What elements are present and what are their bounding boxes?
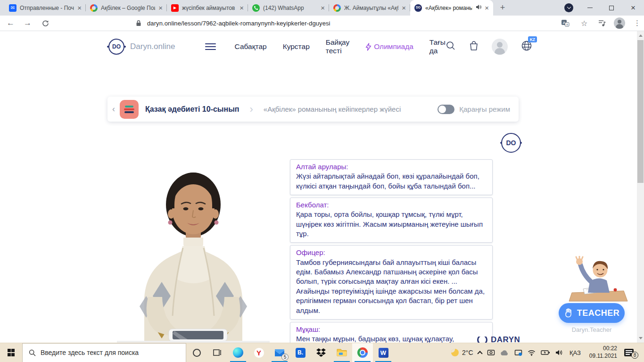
- volume-icon[interactable]: [555, 349, 563, 356]
- nav-item-olympiad[interactable]: Олимпиада: [365, 42, 413, 51]
- browser-tab-google-search[interactable]: Ақбілек – Google Пои ×: [86, 0, 167, 16]
- tab-title: Отправленные - Почт: [20, 5, 74, 11]
- lesson-title: «Ақбілек» романының кейіпкерлер жүйесі: [264, 105, 401, 113]
- card-title: Офицер:: [296, 248, 487, 257]
- tab-close-icon[interactable]: ×: [158, 4, 163, 12]
- nav-item-more[interactable]: Тағы да: [429, 38, 446, 55]
- task-view-button[interactable]: [207, 343, 228, 362]
- reload-button[interactable]: [41, 16, 50, 31]
- tab-close-icon[interactable]: ×: [485, 4, 489, 12]
- user-avatar[interactable]: [492, 39, 508, 55]
- card-altai-arulary: Алтай арулары: Жүзі айтарлықтай айнадай …: [290, 159, 493, 195]
- window-minimize-button[interactable]: [579, 0, 601, 16]
- keyboard-language-indicator[interactable]: ҚАЗ: [570, 349, 581, 356]
- shopping-bag-icon[interactable]: [469, 40, 479, 53]
- hidden-icons-chevron[interactable]: [477, 351, 482, 356]
- ssl-padlock-icon[interactable]: [136, 16, 141, 31]
- nav-item-courses[interactable]: Курстар: [283, 42, 310, 51]
- window-controls: ×: [564, 0, 644, 16]
- scrollbar-thumb[interactable]: [637, 40, 644, 183]
- browser-profile-avatar[interactable]: [614, 16, 625, 31]
- word-icon: W: [379, 348, 388, 358]
- breadcrumb-chevron-icon: ›: [250, 103, 253, 115]
- yandex-button[interactable]: Y: [248, 343, 269, 362]
- browser-profile-chevron-icon[interactable]: [564, 3, 573, 12]
- word-button[interactable]: W: [373, 343, 394, 362]
- cortana-icon: [193, 349, 201, 357]
- forward-button[interactable]: →: [24, 16, 32, 31]
- clock-date: 09.11.2021: [589, 353, 617, 359]
- teacher-caption: Daryn.Teacher: [559, 326, 625, 333]
- wifi-icon[interactable]: [528, 350, 536, 356]
- window-restore-button[interactable]: [601, 0, 622, 16]
- dropbox-button[interactable]: [311, 343, 331, 362]
- browser-tab-strip: ✉ Отправленные - Почт × Ақбілек – Google…: [0, 0, 644, 16]
- browser-tab-mail[interactable]: ✉ Отправленные - Почт ×: [5, 0, 86, 16]
- browser-tab-whatsapp[interactable]: (142) WhatsApp ×: [248, 0, 329, 16]
- taskbar-clock[interactable]: 00:22 09.11.2021: [589, 345, 617, 360]
- scrollbar-down-arrow[interactable]: [637, 335, 644, 342]
- tab-close-icon[interactable]: ×: [239, 4, 244, 12]
- browser-tab-youtube[interactable]: ▶ жүсіпбек аймауытов ×: [167, 0, 248, 16]
- browser-menu-icon[interactable]: ⋮: [634, 16, 641, 31]
- nav-item-lessons[interactable]: Сабақтар: [235, 42, 267, 51]
- search-icon[interactable]: [446, 41, 456, 53]
- nav-item-tests[interactable]: Байқау тесті: [326, 38, 349, 55]
- taskbar-search-box[interactable]: [22, 343, 186, 362]
- browser-tab-daryn-active[interactable]: DO «Ақбілек» романы ×: [410, 0, 493, 16]
- course-title[interactable]: Қазақ әдебиеті 10-сынып: [145, 105, 239, 114]
- chrome-button[interactable]: [352, 343, 373, 362]
- action-center-icon[interactable]: 8: [624, 349, 634, 356]
- window-close-button[interactable]: ×: [622, 0, 644, 16]
- tab-close-icon[interactable]: ×: [402, 4, 406, 12]
- browser-tab-google-search2[interactable]: Ж. Аймауытұлы «Ақбі ×: [329, 0, 410, 16]
- brand-name[interactable]: Daryn.online: [130, 42, 175, 51]
- yandex-icon: Y: [254, 348, 264, 358]
- dark-mode-toggle[interactable]: [438, 105, 454, 114]
- whatsapp-favicon: [252, 4, 260, 12]
- vk-button[interactable]: B.: [290, 343, 311, 362]
- lesson-video-presenter[interactable]: [117, 156, 270, 343]
- tab-close-icon[interactable]: ×: [321, 4, 325, 12]
- bookmark-star-icon[interactable]: ☆: [581, 16, 587, 31]
- hamburger-menu-icon[interactable]: [205, 43, 215, 50]
- tab-audio-icon[interactable]: [476, 4, 481, 11]
- scrollbar-up-arrow[interactable]: [637, 32, 644, 39]
- temperature-label: 2°C: [462, 349, 473, 356]
- start-button[interactable]: [0, 343, 22, 362]
- chrome-icon: [357, 347, 368, 358]
- edge-button[interactable]: [228, 343, 248, 362]
- battery-charging-icon[interactable]: [541, 350, 550, 355]
- course-books-icon: [120, 100, 139, 119]
- teacher-button[interactable]: TEACHER: [559, 303, 625, 323]
- daryn-page: DO Daryn.online Сабақтар Курстар Байқау …: [0, 31, 644, 343]
- language-globe-icon[interactable]: KZ: [520, 40, 533, 54]
- page-scrollbar[interactable]: [637, 31, 644, 343]
- raised-hand-icon: [564, 308, 573, 318]
- cast-display-icon[interactable]: [514, 349, 522, 356]
- cortana-button[interactable]: [186, 343, 207, 362]
- taskbar-search-input[interactable]: [41, 349, 173, 356]
- card-bekbolat: Бекболат: Қара торы, орта бойлы, қошқар …: [290, 197, 493, 243]
- google-favicon: [333, 4, 341, 12]
- card-body: Мен таңқы мұрын, бадырақ көз, шұнақ құла…: [296, 334, 487, 343]
- dark-mode-label: Қараңғы режим: [459, 105, 510, 113]
- lightning-icon: [365, 43, 372, 51]
- display-capture-icon[interactable]: [487, 349, 495, 356]
- translate-icon[interactable]: Aa: [561, 16, 570, 31]
- mail-button[interactable]: 5: [269, 343, 290, 362]
- media-controls-icon[interactable]: [598, 16, 606, 31]
- onedrive-cloud-icon[interactable]: [500, 350, 509, 356]
- tab-title: Ақбілек – Google Пои: [101, 5, 155, 11]
- tab-close-icon[interactable]: ×: [77, 4, 82, 12]
- back-button[interactable]: ←: [7, 16, 15, 31]
- task-view-icon: [213, 349, 222, 356]
- taskbar-weather[interactable]: 2°C: [451, 349, 473, 356]
- card-title: Бекболат:: [296, 200, 487, 210]
- search-icon: [29, 349, 36, 356]
- address-bar-url[interactable]: daryn.online/lesson/7962-aqbilek-romanyn…: [147, 16, 330, 31]
- new-tab-button[interactable]: +: [496, 1, 509, 14]
- daryn-logo[interactable]: DO: [108, 39, 124, 55]
- back-chevron-icon[interactable]: ‹: [107, 104, 120, 114]
- file-explorer-button[interactable]: [331, 343, 352, 362]
